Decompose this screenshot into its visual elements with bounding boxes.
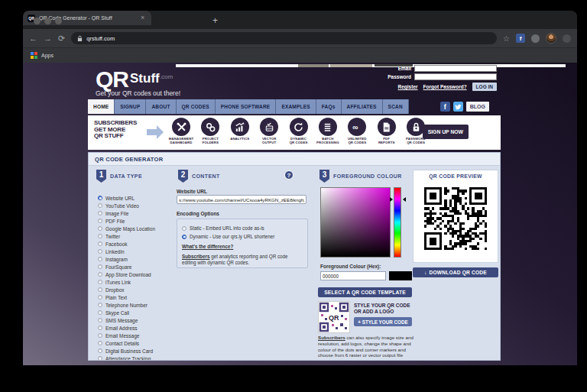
tab-close-icon[interactable]: ×: [141, 15, 144, 21]
radio-icon[interactable]: [98, 280, 102, 284]
radio-icon[interactable]: [98, 211, 102, 215]
nav-tab-phone-software[interactable]: PHONE SOFTWARE: [216, 99, 277, 114]
radio-icon[interactable]: [98, 341, 102, 345]
data-type-option-itunes-link[interactable]: iTunes Link: [98, 278, 174, 286]
data-type-option-telephone-number[interactable]: Telephone Number: [98, 301, 174, 309]
hue-slider-handle[interactable]: [390, 197, 393, 202]
login-button[interactable]: LOG IN: [472, 83, 497, 91]
register-link[interactable]: Register: [398, 84, 418, 89]
data-type-option-facebook[interactable]: Facebook: [98, 240, 174, 248]
apps-grid-icon[interactable]: [31, 52, 37, 59]
data-type-option-digital-business-card[interactable]: Digital Business Card: [98, 347, 174, 355]
radio-icon[interactable]: [98, 257, 102, 261]
profile-avatar[interactable]: [546, 33, 556, 44]
data-type-option-dropbox[interactable]: Dropbox: [98, 286, 174, 293]
bookmark-star-icon[interactable]: ☆: [503, 34, 510, 43]
reload-icon[interactable]: ⟳: [58, 34, 65, 43]
website-url-input[interactable]: [177, 195, 306, 204]
data-type-option-email-message[interactable]: Email Message: [98, 332, 174, 339]
nav-tab-about[interactable]: ABOUT: [146, 99, 176, 114]
radio-icon[interactable]: [98, 326, 102, 330]
site-logo[interactable]: QR Stuff .com Get your QR codes out ther…: [96, 70, 180, 97]
radio-icon[interactable]: [98, 241, 102, 246]
select-template-button[interactable]: SELECT A QR CODE TEMPLATE: [318, 287, 412, 297]
encoding-option-dynamic[interactable]: Dynamic - Use our qrs.ly URL shortener: [182, 234, 303, 239]
radio-icon[interactable]: [98, 196, 102, 200]
radio-icon[interactable]: [98, 226, 102, 231]
address-bar[interactable]: qrstuff.com: [71, 32, 497, 44]
browser-toolbar: ← → ⟳ qrstuff.com ☆ f: [23, 29, 577, 47]
radio-icon[interactable]: [98, 303, 102, 307]
email-field[interactable]: [414, 65, 497, 72]
data-type-option-youtube-video[interactable]: YouTube Video: [98, 202, 174, 209]
data-type-option-attendance-tracking[interactable]: Attendance Tracking: [98, 355, 174, 361]
radio-icon[interactable]: [182, 235, 186, 239]
data-type-option-instagram[interactable]: Instagram: [98, 255, 174, 263]
qr-preview-card: QR CODE PREVIEW: [413, 170, 498, 263]
radio-icon[interactable]: [98, 249, 102, 254]
window-minimize-button[interactable]: [44, 18, 51, 24]
password-field[interactable]: [414, 73, 497, 80]
radio-icon[interactable]: [98, 234, 102, 238]
back-icon[interactable]: ←: [29, 34, 37, 43]
nav-tab-scan[interactable]: SCAN: [383, 99, 409, 114]
window-zoom-button[interactable]: [55, 18, 62, 24]
browser-tab[interactable]: QR QR Code Generator - QR Stuff ×: [23, 11, 151, 25]
analytics-icon: [231, 118, 249, 136]
hue-slider[interactable]: [394, 187, 401, 258]
radio-icon[interactable]: [98, 272, 102, 277]
nav-tab-signup[interactable]: SIGNUP: [115, 99, 146, 114]
new-tab-button[interactable]: +: [212, 16, 218, 25]
radio-icon[interactable]: [98, 310, 102, 315]
download-qr-button[interactable]: ↓ DOWNLOAD QR CODE: [413, 267, 498, 277]
blog-button[interactable]: BLOG: [466, 102, 489, 112]
nav-tab-qr-codes[interactable]: QR CODES: [177, 99, 216, 114]
browser-menu-icon[interactable]: [563, 34, 571, 43]
radio-icon[interactable]: [98, 264, 102, 269]
hue-slider-handle[interactable]: [403, 197, 406, 202]
data-type-option-contact-details[interactable]: Contact Details: [98, 339, 174, 347]
radio-icon[interactable]: [98, 356, 102, 361]
data-type-option-website-url[interactable]: Website URL: [98, 194, 174, 202]
saturation-value-picker[interactable]: [320, 187, 391, 258]
data-type-option-sms-message[interactable]: SMS Message: [98, 316, 174, 324]
data-type-option-email-address[interactable]: Email Address: [98, 324, 174, 332]
hex-input[interactable]: [320, 271, 386, 280]
data-type-option-google-maps-location[interactable]: Google Maps Location: [98, 225, 174, 232]
forward-icon[interactable]: →: [44, 34, 52, 43]
data-type-option-skype-call[interactable]: Skype Call: [98, 309, 174, 316]
data-type-option-twitter[interactable]: Twitter: [98, 232, 174, 240]
radio-icon[interactable]: [98, 219, 102, 223]
nav-tab-affiliates[interactable]: AFFILIATES: [342, 99, 383, 114]
radio-icon[interactable]: [182, 226, 186, 231]
whats-the-difference-link[interactable]: What's the difference?: [182, 244, 303, 249]
data-type-option-pdf-file[interactable]: PDF File: [98, 217, 174, 225]
help-icon[interactable]: ?: [284, 170, 294, 180]
sign-up-now-button[interactable]: SIGN UP NOW: [423, 125, 469, 139]
data-type-option-foursquare[interactable]: FourSquare: [98, 263, 174, 271]
data-type-option-linkedin[interactable]: LinkedIn: [98, 248, 174, 255]
subscribers-link[interactable]: Subscribers: [318, 335, 345, 340]
data-type-option-plain-text[interactable]: Plain Text: [98, 293, 174, 301]
apps-label[interactable]: Apps: [41, 53, 54, 58]
subscribers-link[interactable]: Subscribers: [182, 254, 209, 259]
window-close-button[interactable]: [34, 18, 41, 24]
radio-icon[interactable]: [98, 203, 102, 208]
radio-icon[interactable]: [98, 348, 102, 353]
data-type-option-image-file[interactable]: Image File: [98, 209, 174, 217]
extension-icon[interactable]: [531, 34, 540, 43]
nav-tab-home[interactable]: HOME: [88, 99, 115, 114]
facebook-icon[interactable]: f: [440, 102, 450, 112]
nav-tab-faqs[interactable]: FAQs: [316, 99, 342, 114]
radio-icon[interactable]: [98, 318, 102, 322]
data-type-option-app-store-download[interactable]: App Store Download: [98, 271, 174, 278]
encoding-option-static[interactable]: Static - Embed URL into code as-is: [182, 225, 303, 231]
radio-icon[interactable]: [98, 333, 102, 338]
radio-icon[interactable]: [98, 295, 102, 300]
style-your-code-button[interactable]: + STYLE YOUR CODE: [354, 317, 412, 326]
twitter-icon[interactable]: [453, 102, 463, 112]
facebook-extension-icon[interactable]: f: [516, 34, 525, 43]
radio-icon[interactable]: [98, 287, 102, 292]
forgot-password-link[interactable]: Forgot Password?: [423, 84, 467, 89]
nav-tab-examples[interactable]: EXAMPLES: [276, 99, 316, 114]
